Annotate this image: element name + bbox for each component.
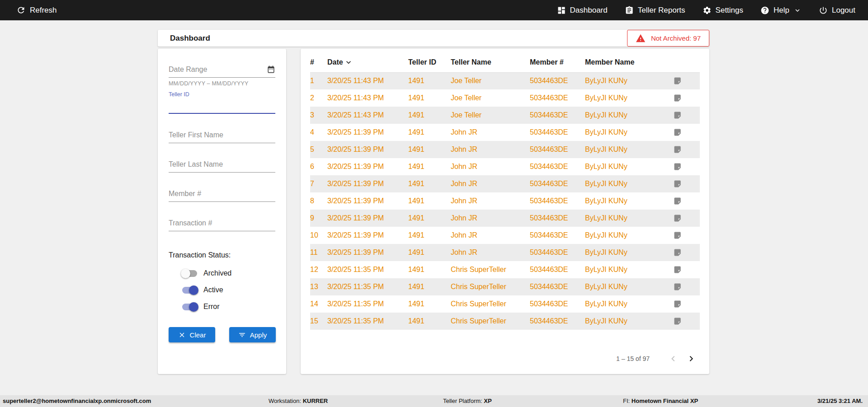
archived-toggle[interactable] [182,270,197,277]
col-header-teller-name[interactable]: Teller Name [451,52,530,72]
note-icon-button[interactable] [673,76,700,85]
cell-member-num: 5034463DE [530,175,585,192]
cell-num: 8 [310,192,327,210]
table-row[interactable]: 153/20/25 11:35 PM1491Chris SuperTeller5… [310,313,700,330]
date-header-label: Date [327,58,343,66]
nav-item-dashboard[interactable]: Dashboard [557,6,608,15]
table-row[interactable]: 83/20/25 11:39 PM1491John JR5034463DEByL… [310,192,700,210]
note-icon-button[interactable] [673,128,700,137]
nav-item-teller-reports[interactable]: Teller Reports [625,6,685,15]
note-icon-button[interactable] [673,145,700,154]
cell-note [672,210,700,227]
note-icon-button[interactable] [673,265,700,274]
teller-id-input[interactable] [169,101,275,109]
date-range-input[interactable] [169,65,267,74]
nav-item-logout[interactable]: Logout [819,6,855,15]
cell-member-name: ByLyJI KUNy [585,175,672,192]
member-number-input[interactable] [169,190,275,198]
note-icon-button[interactable] [673,111,700,120]
cell-num: 4 [310,124,327,141]
not-archived-label: Not Archived: 97 [651,34,701,42]
cell-date: 3/20/25 11:43 PM [327,89,408,107]
nav-label-help: Help [774,6,789,15]
teller-last-name-input[interactable] [169,160,275,168]
footer-fi: FI: Hometown Financial XP [623,395,698,407]
cell-member-name: ByLyJI KUNy [585,295,672,313]
table-row[interactable]: 13/20/25 11:43 PM1491Joe Teller5034463DE… [310,72,700,89]
note-icon [673,196,682,206]
cell-note [672,72,700,89]
table-row[interactable]: 103/20/25 11:39 PM1491John JR5034463DEBy… [310,227,700,244]
calendar-icon[interactable] [267,65,275,74]
note-icon-button[interactable] [673,162,700,171]
col-header-member-num[interactable]: Member # [530,52,585,72]
apply-button[interactable]: Apply [229,327,276,342]
refresh-icon [16,5,26,15]
nav-label-settings: Settings [716,6,743,15]
cell-member-num: 5034463DE [530,210,585,227]
col-header-date[interactable]: Date [327,52,408,72]
cell-teller-id: 1491 [408,313,451,330]
clear-button[interactable]: Clear [169,327,215,342]
clear-x-icon [178,331,186,339]
teller-first-name-input[interactable] [169,131,275,139]
transaction-status-label: Transaction Status: [169,251,275,259]
note-icon-button[interactable] [673,282,700,291]
error-toggle-label: Error [203,303,220,311]
table-row[interactable]: 113/20/25 11:39 PM1491John JR5034463DEBy… [310,244,700,261]
cell-num: 15 [310,313,327,330]
cell-note [672,278,700,295]
note-icon-button[interactable] [673,196,700,206]
cell-member-num: 5034463DE [530,72,585,89]
cell-teller-id: 1491 [408,158,451,175]
cell-num: 12 [310,261,327,278]
cell-member-name: ByLyJI KUNy [585,227,672,244]
note-icon-button[interactable] [673,179,700,188]
note-icon [673,128,682,137]
prev-page-button[interactable] [668,353,679,364]
table-row[interactable]: 123/20/25 11:35 PM1491Chris SuperTeller5… [310,261,700,278]
footer-workstation: Workstation: KURRER [269,395,328,407]
note-icon-button[interactable] [673,248,700,257]
transaction-number-input[interactable] [169,219,275,227]
table-row[interactable]: 93/20/25 11:39 PM1491John JR5034463DEByL… [310,210,700,227]
note-icon-button[interactable] [673,317,700,326]
table-row[interactable]: 133/20/25 11:35 PM1491Chris SuperTeller5… [310,278,700,295]
note-icon-button[interactable] [673,94,700,103]
note-icon [673,317,682,326]
next-page-button[interactable] [686,353,697,364]
table-row[interactable]: 73/20/25 11:39 PM1491John JR5034463DEByL… [310,175,700,192]
date-range-helper: MM/DD/YYYY – MM/DD/YYYY [169,80,275,87]
cell-note [672,313,700,330]
warning-icon [636,33,646,43]
toggle-knob [189,302,198,312]
dashboard-icon [557,6,566,15]
note-icon-button[interactable] [673,231,700,240]
col-header-member-name[interactable]: Member Name [585,52,672,72]
cell-note [672,89,700,107]
cell-note [672,295,700,313]
col-header-num[interactable]: # [310,52,327,72]
table-row[interactable]: 143/20/25 11:35 PM1491Chris SuperTeller5… [310,295,700,313]
note-icon [673,94,682,103]
teller-first-name-field [169,127,275,143]
note-icon-button[interactable] [673,299,700,309]
error-toggle[interactable] [182,304,197,310]
top-navbar: Refresh Dashboard Teller Reports Setting… [0,0,868,20]
col-header-teller-id[interactable]: Teller ID [408,52,451,72]
nav-item-help[interactable]: Help [760,6,802,15]
cell-member-num: 5034463DE [530,124,585,141]
cell-note [672,261,700,278]
cell-date: 3/20/25 11:35 PM [327,278,408,295]
table-row[interactable]: 53/20/25 11:39 PM1491John JR5034463DEByL… [310,141,700,158]
note-icon-button[interactable] [673,214,700,223]
active-toggle[interactable] [182,287,197,294]
refresh-button[interactable]: Refresh [16,5,57,15]
cell-member-name: ByLyJI KUNy [585,261,672,278]
table-row[interactable]: 33/20/25 11:43 PM1491Joe Teller5034463DE… [310,107,700,124]
table-row[interactable]: 23/20/25 11:43 PM1491Joe Teller5034463DE… [310,89,700,107]
cell-teller-id: 1491 [408,244,451,261]
nav-item-settings[interactable]: Settings [703,6,743,15]
table-row[interactable]: 63/20/25 11:39 PM1491John JR5034463DEByL… [310,158,700,175]
table-row[interactable]: 43/20/25 11:39 PM1491John JR5034463DEByL… [310,124,700,141]
